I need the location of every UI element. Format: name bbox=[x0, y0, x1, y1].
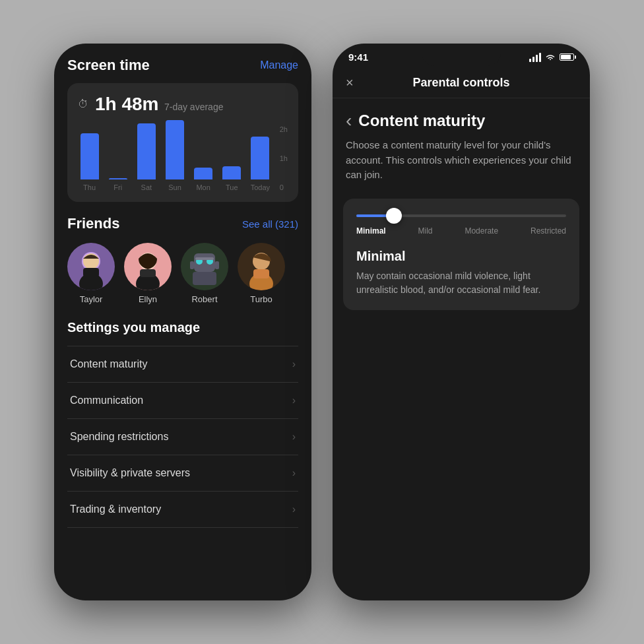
avatar-turbo bbox=[238, 243, 285, 290]
signal-bars bbox=[529, 53, 541, 62]
bar-mon: Mon bbox=[192, 168, 215, 191]
y-label-1h: 1h bbox=[280, 154, 288, 162]
maturity-level-description: May contain occasional mild violence, li… bbox=[356, 269, 566, 297]
bar-fri-bar bbox=[109, 178, 127, 179]
slider-label-restricted: Restricted bbox=[531, 226, 566, 236]
bar-mon-label: Mon bbox=[196, 183, 210, 191]
bar-mon-bar bbox=[194, 168, 212, 179]
svg-rect-13 bbox=[193, 272, 216, 285]
avatar-ellyn-svg bbox=[124, 243, 172, 290]
svg-rect-10 bbox=[195, 257, 214, 260]
friend-turbo[interactable]: Turbo bbox=[238, 243, 285, 304]
see-all-link[interactable]: See all (321) bbox=[242, 218, 298, 230]
average-label: 7-day average bbox=[164, 102, 224, 112]
friends-section-header: Friends See all (321) bbox=[67, 215, 298, 232]
svg-rect-11 bbox=[190, 261, 194, 269]
bar-fri: Fri bbox=[106, 178, 129, 191]
bar-today-label: Today bbox=[251, 183, 270, 191]
settings-item-label-content-maturity: Content maturity bbox=[70, 358, 147, 370]
friend-taylor-name: Taylor bbox=[80, 294, 103, 304]
content-maturity-header: ‹ Content maturity bbox=[333, 98, 590, 138]
avatar-taylor-svg bbox=[67, 243, 115, 290]
signal-bar-1 bbox=[529, 59, 531, 62]
chevron-right-icon-content-maturity: › bbox=[292, 358, 296, 370]
avatar-ellyn bbox=[124, 243, 172, 290]
chevron-right-icon-communication: › bbox=[292, 395, 296, 406]
settings-list: Content maturity › Communication › Spend… bbox=[67, 346, 298, 528]
back-arrow-icon[interactable]: ‹ bbox=[346, 112, 352, 130]
y-label-2h: 2h bbox=[280, 125, 288, 133]
bar-thu-label: Thu bbox=[83, 183, 96, 191]
content-maturity-description: Choose a content maturity level for your… bbox=[333, 138, 590, 199]
clock-icon: ⏱ bbox=[78, 98, 88, 110]
right-content: ‹ Content maturity Choose a content matu… bbox=[333, 98, 590, 310]
svg-rect-12 bbox=[215, 261, 219, 269]
settings-item-content-maturity[interactable]: Content maturity › bbox=[67, 346, 298, 383]
chart-card: ⏱ 1h 48m 7-day average Thu Fri bbox=[67, 83, 298, 202]
content-maturity-page-title: Content maturity bbox=[358, 112, 485, 130]
settings-item-label-visibility: Visibility & private servers bbox=[70, 467, 190, 479]
settings-item-visibility[interactable]: Visibility & private servers › bbox=[67, 455, 298, 492]
chart-y-labels: 2h 1h 0 bbox=[280, 125, 288, 191]
status-icons bbox=[529, 53, 574, 62]
svg-rect-6 bbox=[140, 269, 156, 277]
slider-track-container bbox=[356, 214, 566, 217]
settings-title: Settings you manage bbox=[67, 320, 298, 335]
status-time: 9:41 bbox=[348, 51, 368, 63]
chart-area: Thu Fri Sat Sun bbox=[78, 125, 288, 191]
slider-thumb[interactable] bbox=[386, 208, 402, 224]
slider-label-mild: Mild bbox=[418, 226, 433, 236]
maturity-level-title: Minimal bbox=[356, 249, 566, 264]
settings-item-label-spending: Spending restrictions bbox=[70, 431, 168, 443]
settings-item-label-trading: Trading & inventory bbox=[70, 503, 161, 515]
svg-rect-16 bbox=[253, 269, 269, 278]
signal-bar-4 bbox=[539, 53, 541, 62]
signal-bar-2 bbox=[532, 57, 534, 62]
friends-row: Taylor Ellyn bbox=[67, 243, 298, 304]
bar-sat: Sat bbox=[135, 123, 158, 191]
average-time: 1h 48m bbox=[95, 94, 159, 114]
slider-label-minimal: Minimal bbox=[356, 226, 386, 236]
avatar-turbo-svg bbox=[238, 243, 285, 290]
settings-item-communication[interactable]: Communication › bbox=[67, 383, 298, 419]
bar-tue-bar bbox=[222, 166, 241, 179]
friend-robert-name: Robert bbox=[191, 294, 217, 304]
settings-item-spending[interactable]: Spending restrictions › bbox=[67, 419, 298, 455]
battery-icon bbox=[560, 53, 574, 61]
bar-sat-bar bbox=[137, 123, 156, 179]
bar-today-bar bbox=[251, 137, 269, 179]
friend-ellyn[interactable]: Ellyn bbox=[124, 243, 172, 304]
settings-item-label-communication: Communication bbox=[70, 395, 143, 406]
friend-ellyn-name: Ellyn bbox=[139, 294, 157, 304]
wifi-icon bbox=[545, 53, 556, 61]
friend-robert[interactable]: Robert bbox=[181, 243, 228, 304]
screen-time-title: Screen time bbox=[67, 57, 150, 74]
parental-controls-title: Parental controls bbox=[412, 76, 509, 90]
y-label-0: 0 bbox=[280, 183, 288, 191]
parental-controls-bar: × Parental controls bbox=[333, 68, 590, 98]
bar-today: Today bbox=[249, 137, 272, 191]
bar-sun: Sun bbox=[163, 120, 186, 191]
bar-sun-label: Sun bbox=[168, 183, 181, 191]
chevron-right-icon-visibility: › bbox=[292, 467, 296, 479]
bars-container: Thu Fri Sat Sun bbox=[78, 125, 288, 191]
slider-track bbox=[356, 214, 566, 217]
left-phone: Screen time Manage ⏱ 1h 48m 7-day averag… bbox=[54, 44, 311, 600]
bar-fri-label: Fri bbox=[113, 183, 122, 191]
friend-turbo-name: Turbo bbox=[250, 294, 272, 304]
chevron-right-icon-spending: › bbox=[292, 431, 296, 443]
bar-tue: Tue bbox=[220, 166, 243, 191]
settings-section: Settings you manage Content maturity › C… bbox=[67, 320, 298, 528]
bar-sun-bar bbox=[166, 120, 184, 179]
settings-item-trading[interactable]: Trading & inventory › bbox=[67, 492, 298, 528]
manage-link[interactable]: Manage bbox=[260, 59, 298, 71]
friend-taylor[interactable]: Taylor bbox=[67, 243, 115, 304]
svg-rect-3 bbox=[83, 268, 99, 277]
close-button[interactable]: × bbox=[346, 75, 354, 90]
avatar-taylor bbox=[67, 243, 115, 290]
bar-thu-bar bbox=[80, 133, 99, 179]
slider-labels: Minimal Mild Moderate Restricted bbox=[356, 226, 566, 236]
slider-card: Minimal Mild Moderate Restricted Minimal… bbox=[343, 199, 579, 310]
bar-tue-label: Tue bbox=[226, 183, 238, 191]
bar-sat-label: Sat bbox=[141, 183, 152, 191]
